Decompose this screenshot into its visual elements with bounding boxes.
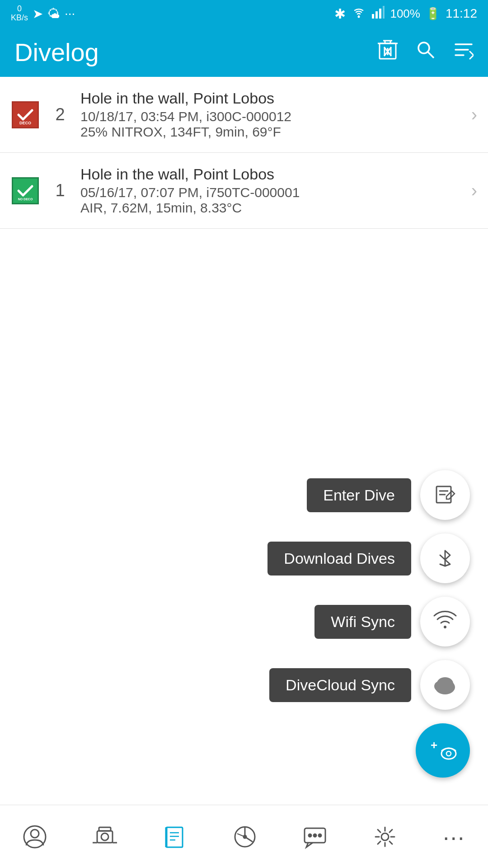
dive-info-1: Hole in the wall, Point Lobos 05/16/17, … (80, 165, 464, 216)
divelog-icon (163, 825, 187, 849)
divecloud-sync-label[interactable]: DiveCloud Sync (269, 668, 411, 702)
bluetooth-status-icon: ✱ (334, 6, 346, 22)
equipment-icon (93, 825, 117, 849)
status-bar: 0KB/s ➤ 🌤 ··· ✱ 100% 🔋 11:12 (0, 0, 488, 27)
enter-dive-button[interactable] (420, 470, 470, 520)
svg-rect-4 (383, 6, 385, 19)
svg-point-0 (358, 15, 360, 18)
more-icon: ··· (65, 6, 75, 21)
bottom-nav: ··· (0, 805, 488, 868)
svg-point-51 (314, 834, 316, 837)
fab-area: Enter Dive Download Dives Wifi Sync (267, 470, 470, 778)
enter-dive-label[interactable]: Enter Dive (307, 478, 411, 512)
nav-chat[interactable] (294, 820, 336, 854)
svg-rect-1 (372, 14, 374, 19)
settings-icon (373, 825, 397, 849)
nav-stats[interactable] (224, 820, 266, 854)
enter-dive-row: Enter Dive (307, 470, 470, 520)
main-fab-button[interactable]: + (416, 723, 470, 778)
status-data: 0KB/s (11, 5, 28, 23)
dive-number-1: 1 (49, 181, 71, 200)
sort-button[interactable] (454, 40, 474, 64)
weather-icon: 🌤 (47, 6, 60, 21)
download-dives-row: Download Dives (267, 533, 470, 583)
navigation-icon: ➤ (33, 6, 43, 21)
nav-more[interactable]: ··· (434, 819, 474, 855)
dive-specs-2: 25% NITROX, 134FT, 9min, 69°F (80, 124, 464, 140)
svg-point-27 (444, 626, 446, 628)
svg-point-50 (309, 834, 311, 837)
app-bar: Divelog (0, 27, 488, 77)
svg-rect-2 (375, 11, 378, 19)
svg-point-15 (418, 42, 429, 53)
app-title: Divelog (14, 38, 99, 67)
nav-divelog[interactable] (154, 820, 196, 854)
dive-datetime-1: 05/16/17, 07:07 PM, i750TC-000001 (80, 185, 464, 200)
dive-item-1[interactable]: NO DECO 1 Hole in the wall, Point Lobos … (0, 153, 488, 229)
download-dives-button[interactable] (420, 533, 470, 583)
svg-text:DECO: DECO (19, 121, 31, 125)
search-button[interactable] (416, 40, 436, 64)
wifi-sync-button[interactable] (420, 597, 470, 646)
svg-rect-3 (379, 9, 381, 19)
dive-location-1: Hole in the wall, Point Lobos (80, 165, 464, 183)
status-right: ✱ 100% 🔋 11:12 (334, 6, 477, 22)
dive-number-2: 2 (49, 105, 71, 124)
chat-icon (303, 825, 327, 849)
divecloud-sync-button[interactable] (420, 660, 470, 710)
nav-profile[interactable] (14, 820, 56, 854)
svg-point-34 (446, 751, 451, 756)
svg-text:+: + (431, 738, 437, 752)
dive-list: DECO 2 Hole in the wall, Point Lobos 10/… (0, 77, 488, 229)
svg-point-52 (319, 834, 321, 837)
dive-badge-2: DECO (11, 100, 40, 129)
profile-icon (23, 825, 47, 849)
stats-icon (233, 825, 257, 849)
app-bar-icons (378, 39, 474, 65)
nav-settings[interactable] (364, 820, 406, 854)
wifi-status-icon (351, 6, 366, 22)
svg-point-31 (437, 677, 453, 690)
main-fab-row: + (416, 723, 470, 778)
delete-button[interactable] (378, 39, 398, 65)
dive-info-2: Hole in the wall, Point Lobos 10/18/17, … (80, 90, 464, 140)
divecloud-sync-row: DiveCloud Sync (269, 660, 470, 710)
svg-point-48 (244, 835, 246, 838)
signal-icon (372, 6, 385, 22)
dive-badge-1: NO DECO (11, 176, 40, 205)
wifi-sync-row: Wifi Sync (314, 597, 470, 646)
dive-specs-1: AIR, 7.62M, 15min, 8.33°C (80, 200, 464, 216)
svg-line-16 (428, 52, 434, 58)
svg-point-36 (31, 830, 39, 838)
dive-chevron-1: › (471, 180, 477, 201)
dive-location-2: Hole in the wall, Point Lobos (80, 90, 464, 107)
dive-chevron-2: › (471, 104, 477, 125)
battery-percent: 100% (390, 7, 420, 21)
nodeco-badge: NO DECO (12, 177, 39, 204)
nav-equipment[interactable] (84, 820, 126, 854)
clock: 11:12 (446, 6, 477, 21)
svg-rect-39 (99, 827, 111, 831)
dive-datetime-2: 10/18/17, 03:54 PM, i300C-000012 (80, 109, 464, 124)
battery-icon: 🔋 (426, 7, 440, 21)
download-dives-label[interactable]: Download Dives (267, 542, 411, 576)
wifi-sync-label[interactable]: Wifi Sync (314, 605, 411, 639)
deco-badge: DECO (12, 101, 39, 128)
svg-rect-42 (166, 827, 183, 847)
status-left: 0KB/s ➤ 🌤 ··· (11, 5, 75, 23)
more-dots-icon: ··· (443, 823, 465, 850)
svg-text:NO DECO: NO DECO (18, 198, 33, 201)
svg-point-38 (101, 833, 108, 840)
dive-item-2[interactable]: DECO 2 Hole in the wall, Point Lobos 10/… (0, 77, 488, 153)
svg-point-53 (381, 833, 389, 840)
